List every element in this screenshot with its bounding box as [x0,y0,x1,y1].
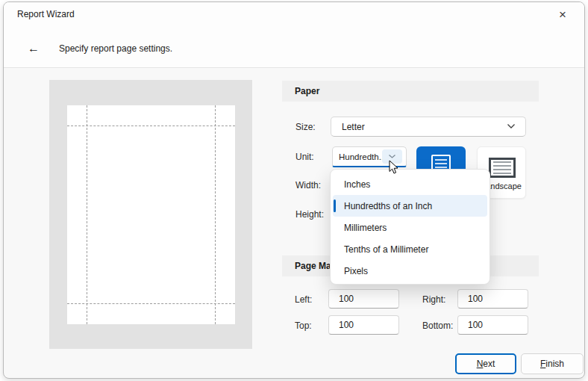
unit-option-tenths-of-a-millimeter[interactable]: Tenths of a Millimeter [333,238,487,260]
paper-section-header: Paper [282,81,539,102]
unit-option-label: Pixels [344,266,368,276]
unit-option-label: Inches [344,179,370,190]
size-value: Letter [342,117,365,136]
unit-option-pixels[interactable]: Pixels [333,260,487,282]
left-margin-label: Left: [295,294,312,305]
page-preview-sheet [67,105,235,324]
size-label: Size: [295,122,316,132]
size-combobox[interactable]: Letter [331,117,526,137]
mouse-cursor-icon [389,160,399,175]
bottom-margin-label: Bottom: [422,320,453,331]
height-label: Height: [295,209,324,220]
unit-dropdown-list: Inches Hundredths of an Inch Millimeters… [330,169,490,285]
right-margin-label: Right: [422,294,445,305]
landscape-page-icon [489,158,516,178]
wizard-header: ← Specify report page settings. [4,32,584,68]
margin-guide-bottom [67,303,235,304]
margin-guide-top [67,126,235,126]
margin-guide-right [215,105,216,324]
unit-value: Hundredth... [339,147,386,166]
unit-option-millimeters[interactable]: Millimeters [333,217,487,238]
chevron-down-icon [507,123,516,129]
unit-option-label: Millimeters [344,223,387,233]
finish-button[interactable]: Finish [521,353,584,374]
unit-option-hundredths-of-an-inch[interactable]: Hundredths of an Inch [333,195,487,217]
unit-option-inches[interactable]: Inches [333,173,487,195]
top-margin-input[interactable] [328,315,399,335]
close-icon[interactable]: × [550,5,575,25]
unit-option-label: Hundredths of an Inch [344,201,432,211]
chevron-down-icon [388,154,396,159]
next-button-label: Next [477,359,495,369]
back-arrow-icon[interactable]: ← [24,40,43,58]
page-preview [49,80,252,349]
page-title: Specify report page settings. [59,43,172,54]
unit-label: Unit: [295,152,314,162]
unit-option-label: Tenths of a Millimeter [344,244,428,255]
title-bar: Report Wizard × [4,2,584,32]
left-margin-input[interactable] [328,289,399,309]
next-button[interactable]: Next [455,353,516,374]
width-label: Width: [295,180,321,190]
bottom-margin-input[interactable] [457,315,528,335]
window-title: Report Wizard [17,9,75,19]
report-wizard-dialog: Report Wizard × ← Specify report page se… [3,1,585,379]
selected-accent-bar [334,199,336,212]
finish-button-label: Finish [540,359,564,369]
right-margin-input[interactable] [457,289,528,309]
top-margin-label: Top: [295,320,312,331]
margin-guide-left [87,105,87,324]
